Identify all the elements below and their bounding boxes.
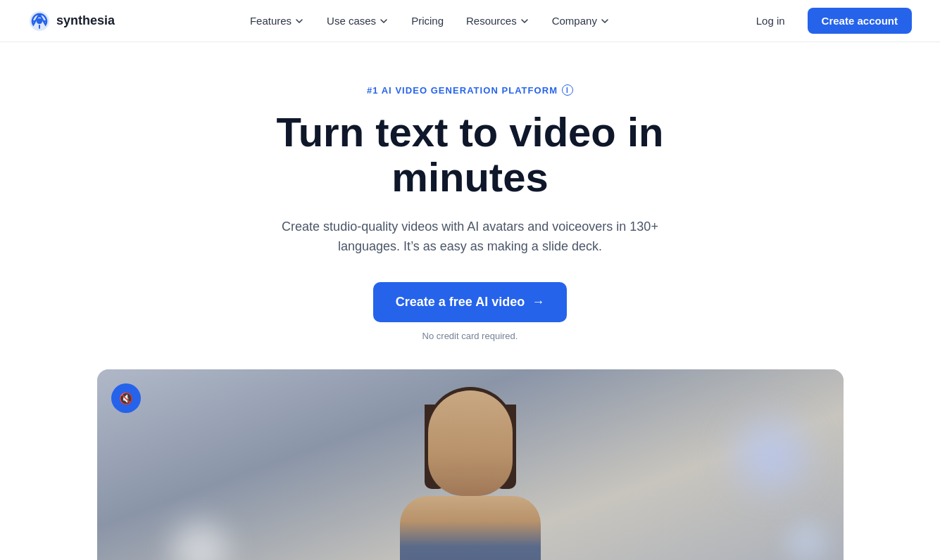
avatar-head [428, 390, 513, 496]
chevron-down-icon [379, 16, 389, 26]
create-account-button[interactable]: Create account [808, 8, 912, 34]
bg-orb-left [172, 521, 228, 560]
hero-section: #1 AI VIDEO GENERATION PLATFORM i Turn t… [0, 42, 940, 560]
hero-badge: #1 AI VIDEO GENERATION PLATFORM i [367, 84, 573, 96]
create-free-video-button[interactable]: Create a free AI video → [373, 282, 567, 322]
nav-item-features[interactable]: Features [240, 9, 314, 32]
chevron-down-icon [520, 16, 529, 26]
info-icon[interactable]: i [562, 84, 573, 96]
logo-link[interactable]: synthesia [28, 10, 115, 32]
hero-subtitle: Create studio-quality videos with AI ava… [280, 217, 660, 257]
avatar-body [400, 496, 541, 560]
nav-item-use-cases[interactable]: Use cases [317, 9, 399, 32]
synthesia-logo-icon [28, 10, 51, 32]
nav-item-pricing[interactable]: Pricing [401, 9, 453, 32]
avatar-figure [372, 383, 569, 560]
bg-orb-right2 [786, 521, 828, 560]
nav-right: Log in Create account [745, 8, 912, 34]
svg-point-0 [37, 18, 42, 24]
hero-video-container: 🔇 [97, 369, 844, 560]
bg-orb-right [736, 420, 806, 490]
navbar: synthesia Features Use cases Pricing Res… [0, 0, 940, 42]
mute-icon: 🔇 [119, 392, 133, 405]
chevron-down-icon [600, 16, 610, 26]
nav-item-resources[interactable]: Resources [456, 9, 539, 32]
hero-title: Turn text to video in minutes [224, 110, 717, 200]
video-placeholder: 🔇 [97, 369, 844, 560]
nav-item-company[interactable]: Company [542, 9, 620, 32]
no-credit-card-text: No credit card required. [422, 331, 518, 341]
login-button[interactable]: Log in [745, 9, 796, 32]
cta-label: Create a free AI video [396, 295, 525, 310]
chevron-down-icon [294, 16, 304, 26]
nav-center: Features Use cases Pricing Resources Com… [240, 9, 620, 32]
logo-text: synthesia [56, 13, 115, 28]
arrow-right-icon: → [532, 295, 544, 310]
mute-button[interactable]: 🔇 [111, 383, 141, 413]
badge-text: #1 AI VIDEO GENERATION PLATFORM [367, 85, 558, 96]
